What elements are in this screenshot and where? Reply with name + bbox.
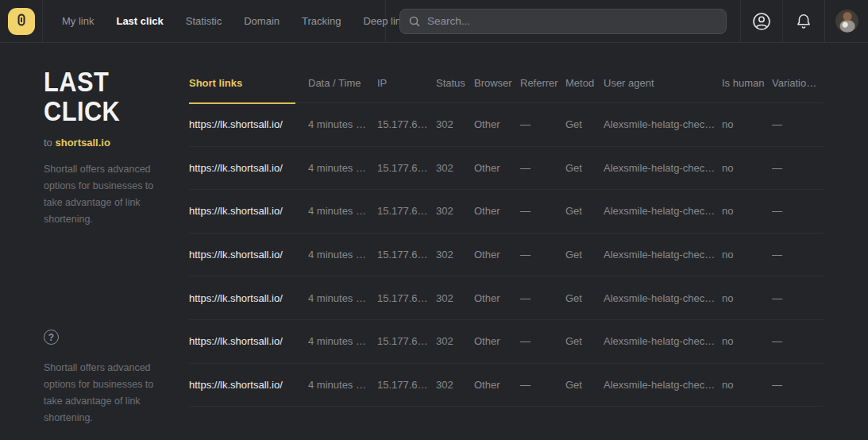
cell-user_agent: Alexsmile-helatg-check-... [604, 249, 722, 261]
cell-user_agent: Alexsmile-helatg-check-... [604, 205, 722, 217]
cell-method: Get [565, 379, 604, 391]
nav-item-statistic[interactable]: Statistic [186, 15, 222, 27]
cell-short_link[interactable]: https://lk.shortsall.io/ [189, 335, 308, 347]
cell-browser: Other [474, 205, 520, 217]
column-header-status[interactable]: Status [436, 69, 474, 103]
table-row: https://lk.shortsall.io/4 minutes ago15.… [189, 103, 824, 147]
cell-status: 302 [436, 205, 474, 217]
table-row: https://lk.shortsall.io/4 minutes ago15.… [189, 320, 824, 364]
cell-is_human: no [722, 162, 772, 174]
cell-short_link[interactable]: https://lk.shortsall.io/ [189, 162, 308, 174]
cell-referrer: — [520, 205, 565, 217]
cell-referrer: — [520, 249, 565, 261]
table-row: https://lk.shortsall.io/4 minutes ago15.… [189, 276, 824, 320]
cell-is_human: no [722, 118, 772, 130]
column-header-browser[interactable]: Browser [474, 69, 520, 103]
cell-is_human: no [722, 249, 772, 261]
cell-variation_url: — [772, 118, 824, 130]
column-header-is_human[interactable]: Is human [722, 69, 772, 103]
avatar[interactable] [835, 10, 858, 33]
domain-link[interactable]: shortsall.io [55, 137, 110, 149]
cell-datetime: 4 minutes ago [308, 335, 377, 347]
cell-method: Get [565, 335, 604, 347]
logo-button[interactable] [8, 8, 35, 35]
page-title: LAST CLICK [44, 67, 157, 125]
notifications-button[interactable] [783, 0, 825, 42]
logo-section [0, 0, 43, 42]
cell-short_link[interactable]: https://lk.shortsall.io/ [189, 118, 308, 130]
column-header-ip[interactable]: IP [377, 69, 436, 103]
table-header-row: Short linksData / TimeIPStatusBrowserRef… [189, 69, 824, 103]
column-header-datetime[interactable]: Data / Time [308, 69, 377, 103]
topbar: My link Last click Statistic Domain Trac… [0, 0, 868, 43]
cell-method: Get [565, 205, 604, 217]
cell-referrer: — [520, 379, 565, 391]
cell-datetime: 4 minutes ago [308, 379, 377, 391]
help-section: ? Shortall offers advanced options for b… [44, 330, 173, 426]
link-icon [14, 13, 29, 30]
cell-status: 302 [436, 335, 474, 347]
cell-variation_url: — [772, 162, 824, 174]
cell-referrer: — [520, 292, 565, 304]
cell-method: Get [565, 118, 604, 130]
cell-method: Get [565, 292, 604, 304]
nav-item-tracking[interactable]: Tracking [302, 15, 341, 27]
bell-icon [794, 12, 813, 31]
cell-browser: Other [474, 118, 520, 130]
search-icon [408, 15, 421, 28]
main-nav: My link Last click Statistic Domain Trac… [43, 0, 386, 42]
cell-referrer: — [520, 335, 565, 347]
cell-user_agent: Alexsmile-helatg-check-... [604, 379, 722, 391]
cell-is_human: no [722, 205, 772, 217]
cell-short_link[interactable]: https://lk.shortsall.io/ [189, 379, 308, 391]
avatar-section [825, 0, 868, 42]
column-header-user_agent[interactable]: User agent [604, 69, 722, 103]
nav-item-last-click[interactable]: Last click [116, 15, 163, 27]
nav-item-my-link[interactable]: My link [62, 15, 94, 27]
cell-status: 302 [436, 162, 474, 174]
cell-method: Get [565, 249, 604, 261]
cell-datetime: 4 minutes ago [308, 292, 377, 304]
clicks-table: Short linksData / TimeIPStatusBrowserRef… [189, 69, 824, 407]
cell-user_agent: Alexsmile-helatg-check-... [604, 292, 722, 304]
column-header-method[interactable]: Metod [565, 69, 604, 103]
cell-user_agent: Alexsmile-helatg-check-... [604, 118, 722, 130]
subtitle: to shortsall.io [44, 137, 173, 149]
table-body: https://lk.shortsall.io/4 minutes ago15.… [189, 103, 824, 407]
cell-short_link[interactable]: https://lk.shortsall.io/ [189, 249, 308, 261]
cell-is_human: no [722, 379, 772, 391]
cell-datetime: 4 minutes ago [308, 118, 377, 130]
cell-short_link[interactable]: https://lk.shortsall.io/ [189, 205, 308, 217]
table-row: https://lk.shortsall.io/4 minutes ago15.… [189, 190, 824, 234]
help-description: Shortall offers advanced options for bus… [44, 360, 173, 426]
table-row: https://lk.shortsall.io/4 minutes ago15.… [189, 364, 824, 407]
column-header-variation_url[interactable]: Variation URL [772, 69, 824, 103]
cell-referrer: — [520, 162, 565, 174]
cell-datetime: 4 minutes ago [308, 249, 377, 261]
cell-variation_url: — [772, 379, 824, 391]
search-section [386, 0, 741, 42]
search-input[interactable] [399, 9, 727, 34]
cell-user_agent: Alexsmile-helatg-check-... [604, 335, 722, 347]
cell-variation_url: — [772, 205, 824, 217]
sidebar: LAST CLICK to shortsall.io Shortall offe… [44, 67, 173, 228]
cell-status: 302 [436, 249, 474, 261]
account-button[interactable] [741, 0, 783, 42]
nav-item-domain[interactable]: Domain [244, 15, 280, 27]
table-row: https://lk.shortsall.io/4 minutes ago15.… [189, 147, 824, 191]
main-content: LAST CLICK to shortsall.io Shortall offe… [0, 43, 868, 439]
help-icon[interactable]: ? [44, 330, 59, 345]
cell-status: 302 [436, 118, 474, 130]
cell-browser: Other [474, 249, 520, 261]
cell-browser: Other [474, 292, 520, 304]
column-header-short_link[interactable]: Short links [189, 69, 308, 103]
column-header-referrer[interactable]: Referrer [520, 69, 565, 103]
cell-ip: 15.177.66.7 [377, 335, 436, 347]
cell-short_link[interactable]: https://lk.shortsall.io/ [189, 292, 308, 304]
account-icon [751, 11, 772, 32]
cell-browser: Other [474, 162, 520, 174]
cell-ip: 15.177.66.7 [377, 205, 436, 217]
cell-ip: 15.177.66.7 [377, 118, 436, 130]
cell-status: 302 [436, 292, 474, 304]
cell-method: Get [565, 162, 604, 174]
